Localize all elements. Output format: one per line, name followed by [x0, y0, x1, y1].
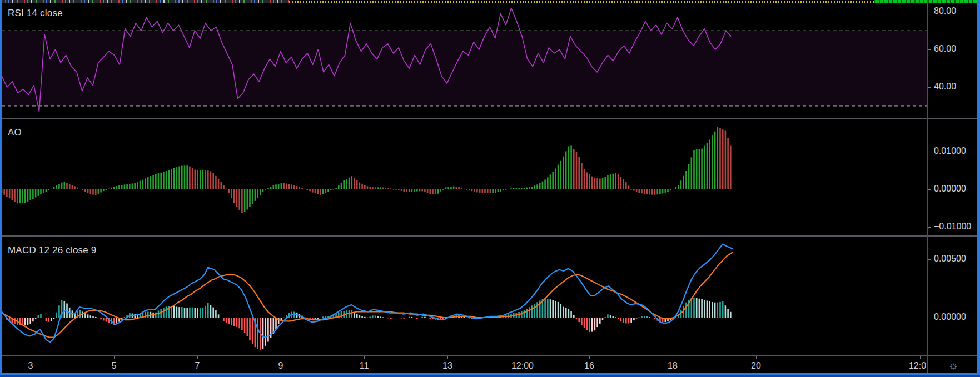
macd-pane-title: MACD 12 26 close 9	[8, 245, 97, 256]
time-axis-label: 12:00	[503, 361, 542, 371]
price-axis-tick	[928, 152, 931, 152]
ao-histogram[interactable]	[1, 127, 732, 213]
ao-pane-title: AO	[8, 127, 22, 138]
time-axis-tick	[114, 356, 115, 359]
price-axis[interactable]: 80.0060.0040.000.010000.00000−0.010000.0…	[928, 0, 977, 355]
time-axis-tick	[756, 356, 757, 359]
price-axis-tick	[928, 12, 931, 12]
price-axis-label: −0.01000	[934, 222, 971, 232]
macd-main-line[interactable]	[2, 244, 733, 342]
time-axis-tick	[523, 356, 523, 359]
price-axis-label: 80.00	[934, 6, 956, 16]
price-axis-label: 0.00000	[934, 312, 966, 322]
time-axis-tick	[673, 356, 673, 359]
pane-divider[interactable]	[0, 118, 977, 119]
price-axis-tick	[928, 189, 931, 190]
time-axis[interactable]: 3579111312:0016182012:00	[2, 356, 926, 373]
time-axis-tick	[31, 356, 31, 359]
window-border-right	[977, 0, 980, 377]
time-axis-tick	[197, 356, 198, 359]
rsi-plot	[2, 8, 927, 112]
time-axis-label: 5	[94, 361, 133, 371]
window-border-left	[0, 0, 2, 377]
chart-window: RSI 14 close AO MACD 12 26 close 9 80.00…	[0, 0, 980, 377]
time-axis-tick	[281, 356, 281, 359]
price-axis-tick	[928, 259, 931, 260]
price-axis-label: 60.00	[934, 44, 956, 54]
time-axis-tick	[364, 356, 365, 359]
window-border-bottom	[0, 373, 980, 377]
price-axis-tick	[928, 318, 931, 318]
macd-lines	[2, 244, 733, 342]
time-axis-tick	[920, 356, 921, 359]
price-axis-label: 0.00000	[934, 184, 966, 194]
time-axis-label: 18	[653, 361, 692, 371]
price-axis-label: 40.00	[934, 82, 956, 92]
theme-sun-icon[interactable]: ☼	[941, 359, 966, 372]
time-axis-label: 3	[11, 361, 50, 371]
price-axis-tick	[928, 87, 931, 88]
time-axis-tick	[447, 356, 448, 359]
time-axis-tick	[589, 356, 590, 359]
time-axis-label: 20	[737, 361, 775, 371]
price-axis-tick	[928, 227, 931, 228]
price-axis-label: 0.00500	[934, 254, 966, 264]
time-axis-label: 16	[570, 361, 609, 371]
time-axis-label: 12:00	[901, 361, 926, 371]
time-axis-label: 7	[178, 361, 217, 371]
macd-signal-line[interactable]	[2, 252, 733, 337]
pane-divider[interactable]	[0, 235, 977, 237]
indicator-panes-canvas[interactable]	[0, 0, 980, 377]
rsi-pane-title: RSI 14 close	[8, 8, 63, 19]
time-axis-label: 9	[261, 361, 300, 371]
macd-histogram[interactable]	[1, 298, 732, 350]
time-axis-label: 13	[428, 361, 467, 371]
price-axis-label: 0.01000	[934, 146, 966, 156]
time-axis-label: 11	[345, 361, 384, 371]
price-axis-tick	[928, 49, 931, 50]
